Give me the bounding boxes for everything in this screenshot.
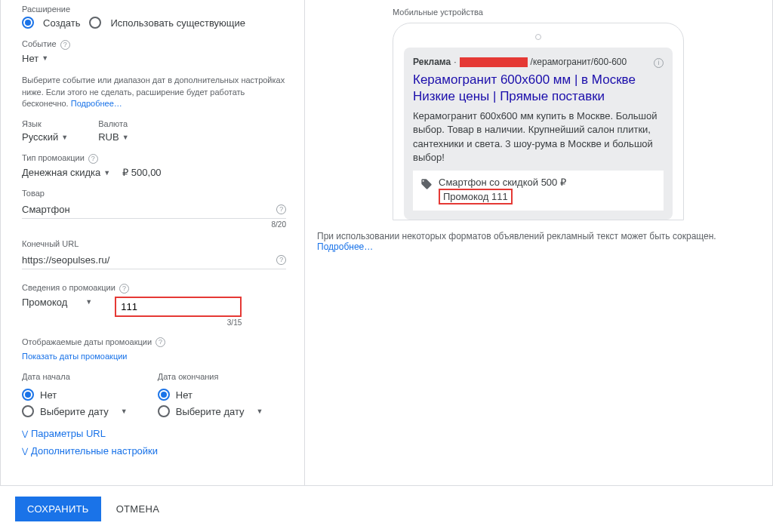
language-dropdown[interactable]: Русский▼: [22, 131, 68, 143]
chevron-down-icon: ▼: [103, 169, 110, 177]
promo-type-dropdown[interactable]: Денежная скидка▼: [22, 167, 110, 178]
help-icon[interactable]: ?: [119, 284, 129, 294]
disclaimer-link[interactable]: Подробнее…: [317, 241, 373, 252]
chevron-down-icon: ⋁: [22, 447, 28, 455]
event-dropdown[interactable]: Нет▼: [22, 53, 292, 64]
chevron-down-icon: ⋁: [22, 429, 28, 438]
radio-create-label: Создать: [43, 17, 80, 29]
save-button[interactable]: СОХРАНИТЬ: [15, 497, 101, 521]
advanced-settings-link[interactable]: ⋁Дополнительные настройки: [22, 445, 292, 457]
help-icon[interactable]: ?: [276, 204, 286, 214]
chevron-down-icon: ▼: [85, 298, 92, 306]
promo-line2-highlight: Промокод 111: [439, 189, 513, 204]
end-date-label: Дата окончания: [158, 372, 263, 381]
radio-create[interactable]: [22, 17, 34, 29]
promo-details-dropdown[interactable]: Промокод▼: [22, 297, 92, 308]
ad-description: Керамогранит 600х600 мм купить в Москве.…: [413, 109, 664, 165]
radio-use-existing[interactable]: [89, 17, 101, 29]
currency-dropdown[interactable]: RUB▼: [98, 131, 128, 143]
ad-headline[interactable]: Керамогранит 600х600 мм | в МосквеНизкие…: [413, 72, 664, 105]
info-icon: i: [654, 58, 664, 68]
promo-amount: ₽ 500,00: [122, 167, 161, 178]
promo-type-label: Тип промоакции ?: [22, 153, 292, 164]
product-label: Товар: [22, 189, 292, 198]
promo-code-counter: 3/15: [115, 318, 242, 327]
display-dates-label: Отображаемые даты промоакции ?: [22, 337, 292, 348]
product-input[interactable]: [22, 201, 275, 218]
cancel-button[interactable]: ОТМЕНА: [116, 503, 159, 515]
event-hint: Выберите событие или диапазон дат в допо…: [22, 75, 292, 111]
help-icon[interactable]: ?: [88, 154, 98, 164]
tag-icon: [420, 178, 433, 190]
product-counter: 8/20: [22, 220, 286, 229]
phone-preview: i Реклама · /керамогранит/600-600 Керамо…: [393, 23, 684, 220]
redacted-block: [460, 57, 528, 67]
chevron-down-icon: ▼: [122, 134, 129, 141]
help-icon[interactable]: ?: [60, 40, 70, 50]
promo-code-input[interactable]: [121, 301, 236, 312]
chevron-down-icon: ▼: [121, 407, 128, 415]
help-icon[interactable]: ?: [276, 255, 286, 265]
url-params-link[interactable]: ⋁Параметры URL: [22, 428, 292, 439]
promo-details-label: Сведения о промоакции ?: [22, 283, 292, 294]
disclaimer-text: При использовании некоторых форматов объ…: [317, 231, 716, 241]
chevron-down-icon: ▼: [42, 54, 48, 62]
phone-notch-icon: [535, 34, 541, 40]
ad-path: /керамогранит/600-600: [531, 57, 627, 67]
final-url-label: Конечный URL: [22, 239, 292, 248]
extension-label: Расширение: [22, 5, 292, 14]
radio-use-existing-label: Использовать существующие: [110, 17, 245, 29]
final-url-input[interactable]: [22, 251, 275, 269]
chevron-down-icon: ▼: [257, 407, 263, 415]
promo-line1: Смартфон со скидкой 500 ₽: [439, 177, 566, 188]
start-date-label: Дата начала: [22, 372, 128, 381]
preview-title: Мобильные устройства: [393, 8, 760, 17]
promo-code-highlight: [115, 297, 242, 317]
end-date-select[interactable]: Выберите дату▼: [158, 405, 263, 417]
ad-label: Реклама: [413, 57, 451, 67]
show-dates-link[interactable]: Показать даты промоакции: [22, 352, 128, 361]
event-label: Событие ?: [22, 39, 292, 50]
help-icon[interactable]: ?: [156, 337, 165, 347]
currency-label: Валюта: [98, 119, 128, 128]
learn-more-link[interactable]: Подробнее…: [71, 99, 122, 108]
start-date-select[interactable]: Выберите дату▼: [22, 405, 128, 417]
end-date-none[interactable]: Нет: [158, 389, 263, 401]
start-date-none[interactable]: Нет: [22, 389, 128, 401]
language-label: Язык: [22, 119, 68, 128]
promo-extension[interactable]: Смартфон со скидкой 500 ₽ Промокод 111: [413, 171, 664, 211]
chevron-down-icon: ▼: [61, 134, 68, 141]
